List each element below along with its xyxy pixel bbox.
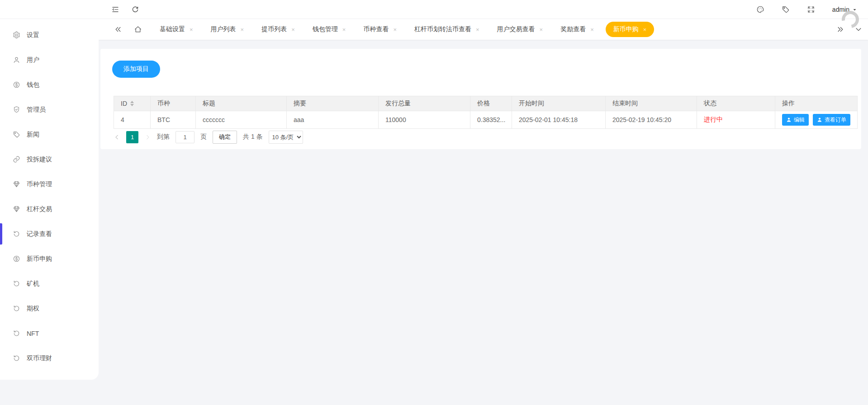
total-count-label: 共 1 条	[243, 133, 263, 141]
home-icon[interactable]	[134, 25, 142, 33]
goto-confirm-button[interactable]: 确定	[213, 131, 237, 144]
header-cell-label: 开始时间	[519, 99, 544, 108]
sidebar-item-dual-invest[interactable]: 双币理财	[0, 346, 99, 371]
history-icon	[13, 330, 20, 337]
tabs-scroll-right-icon[interactable]	[836, 25, 844, 33]
sidebar-menu: 设置用户钱包管理员新闻投拆建议币种管理杠杆交易记录查看新币申购矿机期权NFT双币…	[0, 23, 99, 371]
cell-price: 0.38352...	[470, 111, 512, 128]
page-prev-icon[interactable]	[114, 134, 120, 141]
pagination: 1 到第 页 确定 共 1 条 10 条/页	[114, 128, 303, 146]
cell-actions: 编辑查看订单	[775, 111, 857, 128]
cell-start-time: 2025-02-01 10:45:18	[512, 111, 606, 128]
tab-close-icon[interactable]: ×	[241, 27, 244, 33]
history-icon	[13, 280, 20, 287]
history-icon	[13, 230, 20, 238]
header-cell-end-time: 结束时间	[606, 96, 697, 111]
sidebar-item-label: 记录查看	[27, 230, 52, 238]
header-cell-actions: 操作	[775, 96, 857, 111]
tab-label: 新币申购	[613, 25, 639, 33]
page-next-icon[interactable]	[144, 134, 151, 141]
sidebar-item-margin-trade[interactable]: 杠杆交易	[0, 197, 99, 221]
person-icon	[786, 117, 792, 122]
sidebar-item-records[interactable]: 记录查看	[0, 221, 99, 246]
tag-icon[interactable]	[782, 5, 790, 14]
tab-withdraw-list[interactable]: 提币列表×	[256, 22, 301, 37]
goto-page-input[interactable]	[175, 131, 194, 143]
tab-wallet-manage[interactable]: 钱包管理×	[307, 22, 352, 37]
tab-user-list[interactable]: 用户列表×	[205, 22, 250, 37]
sidebar-item-label: 用户	[27, 56, 39, 64]
data-table: ID币种标题摘要发行总量价格开始时间结束时间状态操作4BTCcccccccaaa…	[114, 96, 858, 129]
tab-reward-view[interactable]: 奖励查看×	[555, 22, 600, 37]
sidebar-item-users[interactable]: 用户	[0, 47, 99, 72]
history-icon	[13, 305, 20, 312]
action-button-label: 编辑	[794, 116, 805, 124]
sidebar-item-wallet[interactable]: 钱包	[0, 72, 99, 97]
edit-button[interactable]: 编辑	[782, 114, 809, 126]
sidebar-item-label: 币种管理	[27, 180, 52, 188]
sidebar-item-settings[interactable]: 设置	[0, 23, 99, 47]
tab-label: 奖励查看	[560, 25, 586, 33]
refresh-icon[interactable]	[131, 5, 139, 14]
tab-coin-view[interactable]: 币种查看×	[357, 22, 403, 37]
sidebar-item-label: 设置	[27, 31, 39, 39]
header-cell-start-time: 开始时间	[512, 96, 606, 111]
header-cell-label: 币种	[157, 99, 170, 108]
add-project-button[interactable]: 添加项目	[112, 61, 160, 78]
sidebar-item-new-coin[interactable]: 新币申购	[0, 246, 99, 271]
tab-close-icon[interactable]: ×	[540, 27, 543, 33]
tabs-menu-chevron-down-icon[interactable]	[854, 25, 863, 33]
tab-label: 用户交易查看	[497, 25, 535, 33]
tab-close-icon[interactable]: ×	[190, 27, 193, 33]
sidebar-item-label: 投拆建议	[27, 155, 52, 164]
sidebar-item-coin-manage[interactable]: 币种管理	[0, 172, 99, 197]
header-cell-status: 状态	[697, 96, 775, 111]
theme-palette-icon[interactable]	[756, 5, 764, 14]
history-icon	[13, 354, 20, 362]
view-orders-button[interactable]: 查看订单	[813, 114, 850, 126]
sidebar-item-label: 矿机	[27, 280, 39, 288]
tab-close-icon[interactable]: ×	[291, 27, 295, 33]
coin-icon	[13, 255, 20, 263]
sort-icon[interactable]	[130, 101, 134, 106]
sidebar-item-admins[interactable]: 管理员	[0, 97, 99, 122]
tabs-scroll-left-icon[interactable]	[114, 25, 122, 33]
person-icon	[817, 117, 822, 122]
page-size-select[interactable]: 10 条/页	[269, 131, 303, 144]
sidebar-item-label: NFT	[27, 330, 39, 337]
header-cell-total-supply: 发行总量	[379, 96, 470, 111]
header-cell-label: 操作	[782, 99, 795, 108]
tab-close-icon[interactable]: ×	[643, 27, 647, 33]
sidebar-item-label: 杠杆交易	[27, 205, 52, 213]
cell-coin: BTC	[151, 111, 196, 128]
cell-title: ccccccc	[196, 111, 287, 128]
tab-new-coin-subscribe[interactable]: 新币申购×	[606, 22, 655, 37]
tab-user-trade-view[interactable]: 用户交易查看×	[491, 22, 549, 37]
header-cell-label: 发行总量	[385, 99, 411, 108]
tab-margin-fiat-view[interactable]: 杠杆币划转法币查看×	[408, 22, 485, 37]
tab-close-icon[interactable]: ×	[393, 27, 397, 33]
table-header-row: ID币种标题摘要发行总量价格开始时间结束时间状态操作	[114, 96, 857, 111]
tab-label: 杠杆币划转法币查看	[414, 25, 471, 33]
sidebar-item-label: 新币申购	[27, 255, 52, 263]
fullscreen-icon[interactable]	[807, 5, 815, 14]
gem-icon	[13, 205, 20, 213]
tab-close-icon[interactable]: ×	[476, 27, 479, 33]
fold-menu-icon[interactable]	[111, 5, 119, 14]
action-button-label: 查看订单	[825, 116, 846, 124]
sidebar-item-miner[interactable]: 矿机	[0, 271, 99, 296]
sidebar-item-feedback[interactable]: 投拆建议	[0, 147, 99, 172]
tab-basic-settings[interactable]: 基础设置×	[154, 22, 199, 37]
header-cell-label: 标题	[203, 99, 215, 108]
top-header-bar: admin	[0, 0, 868, 19]
sidebar-item-label: 双币理财	[27, 354, 52, 363]
gem-icon	[13, 180, 20, 188]
sidebar-item-options[interactable]: 期权	[0, 296, 99, 321]
page-number-current[interactable]: 1	[126, 131, 138, 143]
tab-close-icon[interactable]: ×	[342, 27, 346, 33]
sidebar-item-nft[interactable]: NFT	[0, 321, 99, 346]
tab-close-icon[interactable]: ×	[590, 27, 594, 33]
sidebar-item-news[interactable]: 新闻	[0, 122, 99, 147]
header-cell-label: 价格	[477, 99, 490, 108]
gear-icon	[13, 31, 20, 39]
